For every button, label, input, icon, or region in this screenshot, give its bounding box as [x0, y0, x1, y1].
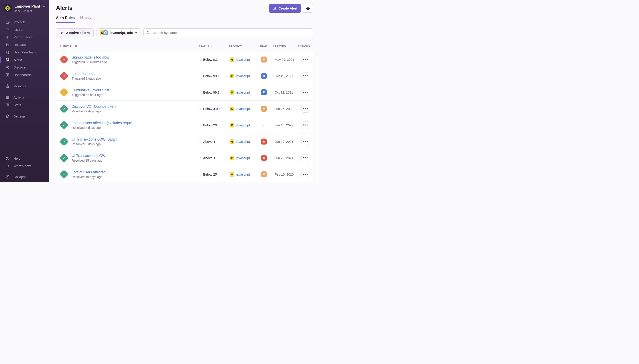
status-cell: ↑Above 1 — [199, 156, 229, 160]
row-actions-button[interactable]: ●●● — [301, 171, 309, 178]
monitors-icon — [6, 84, 10, 88]
actions-cell: ●●● — [298, 138, 313, 146]
actions-cell: ●●● — [298, 56, 313, 64]
alert-rule-subtitle: Resolved 15 days ago — [72, 159, 105, 162]
main-content: Alerts Create Alert Alert Rules History — [49, 0, 320, 182]
org-name: Empower Plant — [15, 4, 40, 8]
project-link[interactable]: javascript — [236, 90, 250, 94]
sidebar-item-stats[interactable]: Stats — [0, 101, 49, 108]
created-cell: Jan 10, 2022 — [273, 124, 298, 127]
help-icon — [6, 156, 10, 160]
project-cell: JSjavascript — [229, 156, 260, 160]
sidebar-item-user-feedback[interactable]: User Feedback — [0, 48, 49, 56]
alert-rule-link[interactable]: Lots of errors! — [72, 72, 101, 76]
alert-rule-link[interactable]: UI Transactions LOW: Safari — [72, 138, 117, 142]
team-badge: S — [261, 155, 267, 161]
alerts-icon — [6, 58, 10, 62]
team-cell: V — [260, 171, 273, 177]
row-actions-button[interactable]: ●●● — [301, 138, 309, 146]
activity-icon — [6, 95, 10, 100]
row-actions-button[interactable]: ●●● — [301, 72, 309, 80]
alert-rule-link[interactable]: Lots of users affected (excludes reque… — [72, 121, 135, 125]
alert-rule-cell: Lots of users affectedResolved 19 days a… — [56, 170, 199, 179]
sidebar-item-help[interactable]: Help — [0, 154, 49, 162]
alert-rule-link[interactable]: UI Transactions LOW — [72, 154, 105, 158]
sidebar-item-alerts[interactable]: Alerts — [0, 56, 49, 64]
created-date: Jun 29, 2021 — [275, 156, 293, 160]
row-actions-button[interactable]: ●●● — [301, 105, 309, 112]
table-row: Signup page is too slowTriggered 30 minu… — [56, 52, 313, 68]
sidebar-item-performance[interactable]: Performance — [0, 33, 49, 41]
status-threshold: Below 0.2 — [203, 58, 218, 62]
javascript-logo-icon: JS — [230, 172, 234, 177]
table-row: Discover V2 - Queries p75()Resolved 2 da… — [56, 101, 313, 117]
sidebar-item-label: Activity — [14, 96, 24, 99]
search-box — [143, 28, 313, 37]
alert-rule-text: Lots of errors!Triggered 2 days ago — [72, 72, 101, 80]
project-link[interactable]: javascript — [236, 123, 250, 127]
create-alert-button[interactable]: Create Alert — [269, 4, 301, 13]
alert-rule-link[interactable]: Cumulative Layout Shift — [72, 88, 109, 92]
project-link[interactable]: javascript — [236, 74, 250, 78]
project-link[interactable]: javascript — [236, 107, 250, 110]
status-cell: ↓Below 99.1 — [199, 74, 229, 78]
team-badge: V — [261, 171, 267, 177]
sidebar-item-releases[interactable]: Releases — [0, 41, 49, 48]
tab-history[interactable]: History — [80, 16, 91, 23]
sidebar-item-settings[interactable]: Settings — [0, 112, 49, 120]
resolved-icon — [60, 154, 69, 162]
row-actions-button[interactable]: ●●● — [301, 89, 309, 96]
actions-cell: ●●● — [298, 105, 313, 112]
sidebar-item-activity[interactable]: Activity — [0, 94, 49, 101]
team-badge: R — [261, 73, 267, 79]
sidebar-item-label: Releases — [14, 43, 28, 46]
alert-rule-link[interactable]: Signup page is too slow — [72, 56, 109, 60]
sidebar-footer: HelpWhat's newCollapse — [0, 154, 49, 180]
alert-rule-text: UI Transactions LOW: SafariResolved 9 da… — [72, 138, 117, 146]
status-threshold: Below 25 — [203, 172, 217, 176]
sidebar-item-label: Stats — [14, 103, 21, 107]
project-link[interactable]: javascript — [236, 140, 250, 144]
project-filter-button[interactable]: JS javascript, cdc — [97, 28, 140, 37]
whats-new-icon — [6, 164, 10, 168]
row-actions-button[interactable]: ●●● — [301, 122, 309, 129]
sidebar-section: ActivityStats — [0, 94, 49, 108]
critical-icon — [60, 72, 69, 80]
created-date: Jun 29, 2021 — [275, 140, 293, 144]
alert-rule-link[interactable]: Lots of users affected — [72, 170, 106, 174]
search-input[interactable] — [152, 30, 310, 35]
project-link[interactable]: javascript — [236, 156, 250, 160]
tab-alert-rules[interactable]: Alert Rules — [56, 16, 75, 23]
project-link[interactable]: javascript — [236, 172, 250, 176]
trend-down-icon: ↓ — [199, 90, 201, 94]
project-link[interactable]: javascript — [236, 58, 250, 62]
table-header-row: Alert Rule Status↓ Project Team Created … — [56, 41, 313, 52]
created-date: Oct 12, 2021 — [275, 91, 293, 94]
sidebar-item-monitors[interactable]: Monitors — [0, 82, 49, 90]
releases-icon — [6, 42, 10, 47]
team-cell: - — [260, 123, 273, 127]
alert-rule-cell: Discover V2 - Queries p75()Resolved 2 da… — [56, 104, 199, 113]
org-switcher[interactable]: Empower Plant Jane Schmidt — [0, 0, 49, 13]
sidebar-item-whats-new[interactable]: What's new — [0, 162, 49, 170]
actions-cell: ●●● — [298, 171, 313, 178]
filter-icon — [60, 31, 64, 34]
warning-icon: ! — [60, 88, 69, 97]
sidebar-item-issues[interactable]: Issues — [0, 26, 49, 33]
row-actions-button[interactable]: ●●● — [301, 56, 309, 64]
sidebar-item-dashboards[interactable]: Dashboards — [0, 71, 49, 78]
created-cell: Jun 26, 2020 — [273, 107, 298, 110]
alert-rule-subtitle: Resolved 4 days ago — [72, 126, 135, 130]
col-header-status[interactable]: Status↓ — [199, 44, 229, 48]
sidebar-item-label: What's new — [14, 164, 31, 168]
chevron-down-icon — [42, 4, 46, 8]
sidebar-item-collapse[interactable]: Collapse — [0, 173, 49, 180]
row-actions-button[interactable]: ●●● — [301, 154, 309, 162]
alerts-settings-button[interactable] — [303, 4, 313, 13]
alert-rule-link[interactable]: Discover V2 - Queries p75() — [72, 105, 116, 108]
sidebar-item-projects[interactable]: Projects — [0, 18, 49, 26]
sidebar-item-discover[interactable]: Discover — [0, 64, 49, 71]
filter-row: 2 Active Filters JS javascript, cdc — [56, 28, 313, 37]
python-logo-icon — [103, 30, 108, 35]
active-filters-button[interactable]: 2 Active Filters — [56, 28, 94, 37]
